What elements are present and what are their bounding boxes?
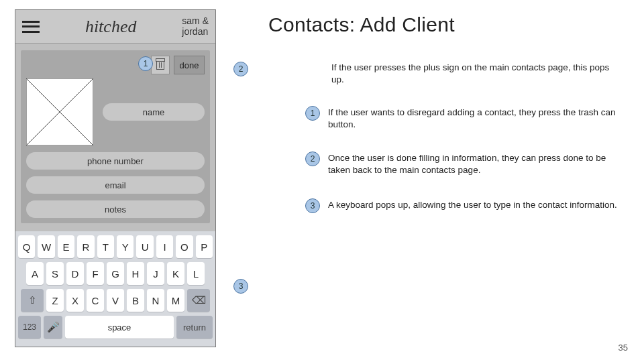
name-field[interactable]: name	[103, 103, 205, 121]
key-p[interactable]: P	[196, 235, 213, 258]
key-space[interactable]: space	[65, 316, 174, 339]
hamburger-icon[interactable]	[22, 21, 40, 33]
photo-row: name	[26, 78, 205, 145]
key-m[interactable]: M	[167, 289, 184, 312]
photo-placeholder[interactable]	[26, 78, 93, 145]
annotation-1: 1 If the user wants to disregard adding …	[305, 106, 621, 131]
phone-header: hitched sam & jordan	[15, 10, 215, 44]
trash-icon	[156, 60, 164, 70]
placeholder-x-icon	[26, 78, 93, 145]
mic-icon: 🎤	[47, 321, 60, 333]
key-b[interactable]: B	[127, 289, 144, 312]
page-subtitle: If the user presses the plus sign on the…	[331, 62, 616, 85]
key-c[interactable]: C	[87, 289, 104, 312]
key-v[interactable]: V	[107, 289, 124, 312]
key-r[interactable]: R	[77, 235, 94, 258]
notes-field[interactable]: notes	[26, 200, 205, 218]
keyboard-row-3: ⇧ Z X C V B N M ⌫	[18, 289, 213, 312]
done-button[interactable]: done	[174, 56, 205, 74]
annotation-3-number: 3	[305, 198, 320, 213]
key-n[interactable]: N	[147, 289, 164, 312]
key-i[interactable]: I	[156, 235, 173, 258]
key-l[interactable]: L	[187, 262, 205, 285]
user-line1: sam &	[182, 16, 209, 26]
key-f[interactable]: F	[87, 262, 104, 285]
callout-bubble-1-inline: 1	[138, 56, 153, 71]
add-client-card: done name phone number email	[21, 50, 210, 223]
key-u[interactable]: U	[136, 235, 153, 258]
annotation-2: 2 Once the user is done filling in infor…	[305, 152, 621, 176]
key-shift[interactable]: ⇧	[21, 289, 44, 312]
annotation-2-text: Once the user is done filling in informa…	[328, 152, 621, 176]
key-w[interactable]: W	[38, 235, 54, 258]
keyboard-row-4: 123 🎤 space return	[18, 316, 213, 339]
key-s[interactable]: S	[46, 262, 64, 285]
key-mic[interactable]: 🎤	[44, 316, 62, 339]
key-t[interactable]: T	[97, 235, 114, 258]
annotation-1-text: If the user wants to disregard adding a …	[328, 106, 621, 131]
phone-number-field[interactable]: phone number	[26, 152, 205, 170]
keyboard-row-1: Q W E R T Y U I O P	[18, 235, 213, 258]
annotation-2-number: 2	[305, 152, 320, 166]
discard-button[interactable]	[151, 56, 170, 74]
page-number: 35	[619, 343, 628, 353]
page-title: Contacts: Add Client	[268, 13, 455, 36]
annotation-3-text: A keyboard pops up, allowing the user to…	[328, 198, 617, 213]
annotation-3: 3 A keyboard pops up, allowing the user …	[305, 198, 621, 213]
key-y[interactable]: Y	[117, 235, 133, 258]
key-h[interactable]: H	[127, 262, 144, 285]
onscreen-keyboard[interactable]: Q W E R T Y U I O P A S D F G H J K L	[15, 231, 215, 347]
key-backspace[interactable]: ⌫	[187, 289, 210, 312]
key-k[interactable]: K	[167, 262, 184, 285]
user-name: sam & jordan	[182, 16, 209, 37]
key-mode-123[interactable]: 123	[18, 316, 41, 339]
phone-body: done name phone number email	[15, 44, 215, 233]
annotation-1-number: 1	[305, 106, 320, 121]
app-name: hitched	[40, 17, 182, 37]
user-line2: jordan	[182, 27, 209, 37]
key-q[interactable]: Q	[18, 235, 35, 258]
callout-bubble-2: 2	[233, 62, 248, 76]
key-d[interactable]: D	[66, 262, 84, 285]
key-j[interactable]: J	[147, 262, 164, 285]
key-e[interactable]: E	[58, 235, 74, 258]
key-return[interactable]: return	[176, 316, 213, 339]
key-x[interactable]: X	[66, 289, 84, 312]
email-field[interactable]: email	[26, 176, 205, 194]
key-a[interactable]: A	[26, 262, 44, 285]
key-g[interactable]: G	[107, 262, 124, 285]
action-row: done	[26, 56, 205, 74]
phone-mockup: hitched sam & jordan done	[15, 9, 216, 347]
slide: hitched sam & jordan done	[0, 0, 644, 362]
keyboard-row-2: A S D F G H J K L	[18, 262, 213, 285]
callout-bubble-3: 3	[233, 279, 248, 294]
key-z[interactable]: Z	[46, 289, 64, 312]
key-o[interactable]: O	[176, 235, 193, 258]
